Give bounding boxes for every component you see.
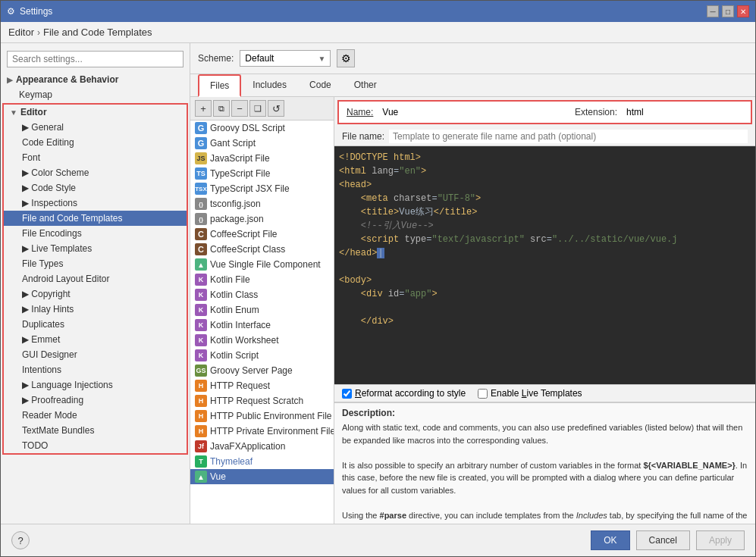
close-button[interactable]: ✕ <box>737 5 749 17</box>
list-item[interactable]: {} package.json <box>190 211 334 227</box>
code-editor[interactable]: <!DOCTYPE html> <html lang="en"> <head> … <box>334 146 755 384</box>
list-item[interactable]: K Kotlin Script <box>190 348 334 363</box>
reformat-checkbox-label[interactable]: Reformat according to style <box>342 388 466 399</box>
scheme-dropdown[interactable]: Default ▼ <box>240 50 331 67</box>
filename-input[interactable] <box>389 130 748 143</box>
list-item[interactable]: JS JavaScript File <box>190 151 334 166</box>
vue-icon: ▲ <box>195 471 207 483</box>
list-item[interactable]: TS TypeScript File <box>190 166 334 181</box>
ok-button[interactable]: OK <box>591 530 629 550</box>
sidebar-item-file-and-code-templates[interactable]: File and Code Templates <box>4 211 187 226</box>
list-item[interactable]: H HTTP Private Environment File <box>190 424 334 439</box>
duplicate-template-button[interactable]: ❑ <box>249 100 266 117</box>
code-line: <head> <box>339 178 751 192</box>
code-line: <script type="text/javascript" src="../.… <box>339 233 751 246</box>
sidebar-item-inspections[interactable]: ▶ Inspections <box>4 196 187 211</box>
list-item-label: HTTP Private Environment File <box>210 426 334 437</box>
breadcrumb-part1: Editor <box>8 27 34 38</box>
list-item[interactable]: GS Groovy Server Page <box>190 363 334 378</box>
sidebar-item-duplicates[interactable]: Duplicates <box>4 317 187 332</box>
list-item[interactable]: K Kotlin File <box>190 272 334 287</box>
sidebar-item-font[interactable]: Font <box>4 150 187 165</box>
sidebar-item-android-layout-editor[interactable]: Android Layout Editor <box>4 271 187 286</box>
list-item[interactable]: Jf JavaFXApplication <box>190 439 334 454</box>
tab-files[interactable]: Files <box>198 74 241 97</box>
list-item[interactable]: K Kotlin Class <box>190 287 334 302</box>
list-item[interactable]: G Gant Script <box>190 136 334 151</box>
sidebar-item-appearance[interactable]: ▶ Appearance & Behavior <box>1 72 190 87</box>
list-item[interactable]: H HTTP Public Environment File <box>190 408 334 424</box>
help-button[interactable]: ? <box>11 531 30 549</box>
sidebar-item-todo[interactable]: TODO <box>4 438 187 453</box>
list-item-label: HTTP Request <box>210 380 270 391</box>
live-templates-checkbox-label[interactable]: Enable Live Templates <box>478 388 582 399</box>
search-container <box>1 46 190 72</box>
sidebar-item-file-encodings[interactable]: File Encodings <box>4 226 187 241</box>
list-item[interactable]: K Kotlin Enum <box>190 302 334 318</box>
minimize-button[interactable]: ─ <box>707 5 719 17</box>
sidebar-item-code-style[interactable]: ▶ Code Style <box>4 180 187 196</box>
sidebar-item-editor[interactable]: ▼ Editor <box>4 105 187 120</box>
sidebar-item-file-types[interactable]: File Types <box>4 256 187 271</box>
dialog-body: Editor › File and Code Templates ▶ Appea… <box>1 22 755 556</box>
sidebar-item-textmate-bundles[interactable]: TextMate Bundles <box>4 423 187 438</box>
description-text: Along with static text, code and comment… <box>342 421 748 524</box>
list-item[interactable]: TSX TypeScript JSX File <box>190 181 334 196</box>
add-template-button[interactable]: + <box>195 100 212 117</box>
sidebar-item-gui-designer[interactable]: GUI Designer <box>4 347 187 362</box>
list-item-label: Kotlin Enum <box>210 305 259 315</box>
copy-template-button[interactable]: ⧉ <box>213 100 230 117</box>
groovy-dsl-icon: G <box>195 122 207 134</box>
tab-includes[interactable]: Includes <box>241 74 298 96</box>
title-bar-text: ⚙ Settings <box>7 6 52 17</box>
list-item-thymeleaf[interactable]: T Thymeleaf <box>190 454 334 469</box>
list-item[interactable]: C CoffeeScript Class <box>190 242 334 257</box>
live-templates-checkbox[interactable] <box>478 389 488 399</box>
title-bar-controls: ─ □ ✕ <box>707 5 749 17</box>
sidebar-item-language-injections[interactable]: ▶ Language Injections <box>4 377 187 393</box>
breadcrumb-part2: File and Code Templates <box>43 27 152 38</box>
ts-icon: TS <box>195 167 207 180</box>
sidebar-item-intentions[interactable]: Intentions <box>4 362 187 377</box>
gear-button[interactable]: ⚙ <box>337 49 355 67</box>
sidebar-item-emmet[interactable]: ▶ Emmet <box>4 332 187 347</box>
list-item[interactable]: ▲ Vue Single File Component <box>190 257 334 272</box>
expand-icon-em: ▶ <box>22 334 31 345</box>
code-line: <!DOCTYPE html> <box>339 151 751 164</box>
name-input[interactable] <box>379 106 569 118</box>
list-item[interactable]: K Kotlin Interface <box>190 318 334 333</box>
list-item[interactable]: {} tsconfig.json <box>190 196 334 211</box>
expand-icon-copy: ▶ <box>22 289 31 299</box>
live-templates-label: Enable Live Templates <box>491 388 582 399</box>
maximize-button[interactable]: □ <box>722 5 734 17</box>
dialog-footer: ? OK Cancel Apply <box>1 524 755 556</box>
remove-template-button[interactable]: − <box>231 100 248 117</box>
apply-button[interactable]: Apply <box>696 530 745 550</box>
js-icon: JS <box>195 152 207 164</box>
sidebar-item-keymap[interactable]: Keymap <box>1 87 190 102</box>
reset-template-button[interactable]: ↺ <box>268 100 284 117</box>
list-item[interactable]: G Groovy DSL Script <box>190 120 334 136</box>
reformat-checkbox[interactable] <box>342 389 352 399</box>
sidebar-item-copyright[interactable]: ▶ Copyright <box>4 286 187 302</box>
tab-other[interactable]: Other <box>343 74 388 96</box>
sidebar-item-inlay-hints[interactable]: ▶ Inlay Hints <box>4 302 187 317</box>
list-item[interactable]: K Kotlin Worksheet <box>190 333 334 348</box>
sidebar-item-code-editing[interactable]: Code Editing <box>4 135 187 150</box>
list-item-label: HTTP Public Environment File <box>210 411 332 421</box>
expand-icon-css: ▶ <box>22 183 31 193</box>
list-item-vue[interactable]: ▲ Vue <box>190 469 334 484</box>
search-input[interactable] <box>7 51 184 67</box>
extension-input[interactable] <box>623 106 743 118</box>
kotlin-script-icon: K <box>195 349 207 361</box>
sidebar-item-live-templates[interactable]: ▶ Live Templates <box>4 241 187 256</box>
list-item[interactable]: C CoffeeScript File <box>190 227 334 242</box>
sidebar-item-proofreading[interactable]: ▶ Proofreading <box>4 393 187 408</box>
tab-code[interactable]: Code <box>298 74 343 96</box>
sidebar-item-color-scheme[interactable]: ▶ Color Scheme <box>4 165 187 180</box>
sidebar-item-general[interactable]: ▶ General <box>4 120 187 135</box>
cancel-button[interactable]: Cancel <box>636 530 690 550</box>
list-item[interactable]: H HTTP Request <box>190 378 334 393</box>
sidebar-item-reader-mode[interactable]: Reader Mode <box>4 408 187 423</box>
list-item[interactable]: H HTTP Request Scratch <box>190 393 334 408</box>
